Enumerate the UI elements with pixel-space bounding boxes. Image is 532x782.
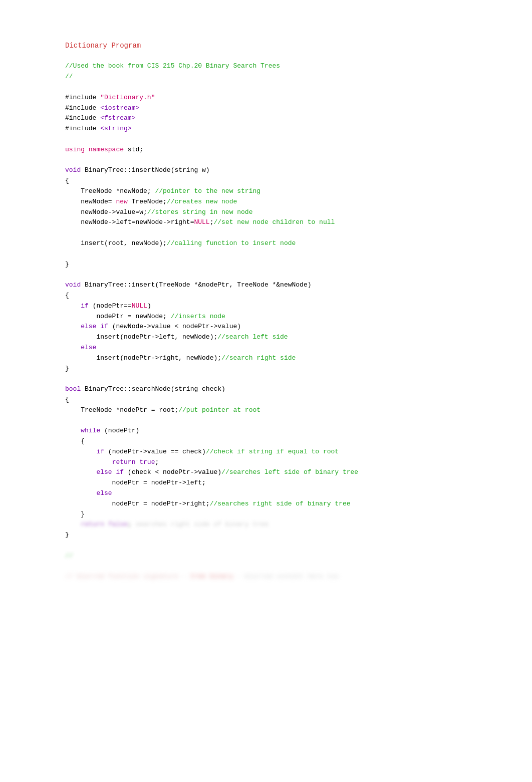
searchnode-signature: bool BinaryTree::searchNode(string check…	[65, 384, 502, 395]
brace-close-2: }	[65, 364, 502, 374]
insertnode-line3: newNode->value=w;//stores string in new …	[65, 207, 502, 218]
searchnode-line8: nodePtr = nodePtr->right;//searches righ…	[65, 499, 502, 509]
brace-open-3: {	[65, 395, 502, 405]
comment-book: //Used the book from CIS 215 Chp.20 Bina…	[65, 61, 502, 72]
blurred-comment: //	[65, 551, 502, 562]
code-container: Dictionary Program //Used the book from …	[65, 40, 502, 582]
file-title: Dictionary Program	[65, 40, 502, 51]
while-brace-open: {	[65, 436, 502, 447]
include-4: #include <string>	[65, 124, 502, 134]
insertnode-line2: newNode= new TreeNode;//creates new node	[65, 197, 502, 207]
while-brace-close: }	[65, 509, 502, 520]
insert-line6: insert(nodePtr->right, newNode);//search…	[65, 353, 502, 364]
searchnode-line4: return true;	[65, 457, 502, 468]
brace-close-3: }	[65, 530, 502, 541]
searchnode-return: return false; searches right side of bin…	[65, 519, 502, 530]
searchnode-line7: else	[65, 488, 502, 499]
insert-signature: void BinaryTree::insert(TreeNode *&nodeP…	[65, 280, 502, 291]
comment-slash: //	[65, 72, 502, 82]
blurred-last-line: // blurred function signature - tree bin…	[65, 572, 502, 582]
include-3: #include <fstream>	[65, 113, 502, 124]
insertnode-line4: newNode->left=newNode->right=NULL;//set …	[65, 217, 502, 228]
searchnode-line3: if (nodePtr->value == check)//check if s…	[65, 447, 502, 457]
using-namespace: using namespace std;	[65, 145, 502, 155]
searchnode-line1: TreeNode *nodePtr = root;//put pointer a…	[65, 405, 502, 416]
brace-open-2: {	[65, 291, 502, 301]
brace-close-1: }	[65, 259, 502, 270]
insertnode-line5: insert(root, newNode);//calling function…	[65, 238, 502, 249]
insert-line5: else	[65, 343, 502, 353]
insert-line1: if (nodePtr==NULL)	[65, 301, 502, 312]
searchnode-line2: while (nodePtr)	[65, 426, 502, 436]
insert-line4: insert(nodePtr->left, newNode);//search …	[65, 332, 502, 343]
include-1: #include "Dictionary.h"	[65, 93, 502, 103]
include-2: #include <iostream>	[65, 103, 502, 114]
brace-open-1: {	[65, 176, 502, 186]
insert-line3: else if (newNode->value < nodePtr->value…	[65, 322, 502, 332]
insertnode-signature: void BinaryTree::insertNode(string w)	[65, 165, 502, 176]
searchnode-line5: else if (check < nodePtr->value)//search…	[65, 467, 502, 478]
insert-line2: nodePtr = newNode; //inserts node	[65, 312, 502, 322]
searchnode-line6: nodePtr = nodePtr->left;	[65, 478, 502, 488]
insertnode-line1: TreeNode *newNode; //pointer to the new …	[65, 186, 502, 197]
